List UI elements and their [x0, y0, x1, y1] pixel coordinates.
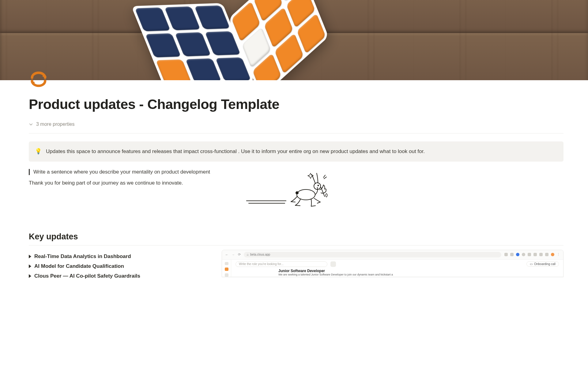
- search-placeholder: Write the role you're looking for...: [239, 262, 284, 266]
- search-button-icon: [330, 261, 336, 267]
- side-icon: [225, 262, 228, 265]
- repeat-icon: [29, 69, 48, 89]
- ext-icon: [539, 253, 543, 256]
- toggle-item[interactable]: Real-Time Data Analytics in Dashboard: [29, 252, 213, 261]
- ext-icon: [504, 253, 508, 256]
- toggle-triangle-icon: [29, 255, 31, 258]
- svg-point-5: [296, 192, 298, 194]
- more-properties-label: 3 more properties: [36, 122, 74, 127]
- ext-icon: [522, 253, 525, 256]
- calendar-icon: ▭: [530, 262, 533, 266]
- nav-forward-icon: →: [232, 253, 235, 257]
- svg-point-2: [297, 189, 315, 200]
- toggle-item[interactable]: Clous Peer — AI Co-pilot Safety Guardrai…: [29, 271, 213, 281]
- key-updates-heading[interactable]: Key updates: [29, 232, 564, 242]
- ext-icon: [516, 253, 519, 256]
- divider: [29, 133, 564, 133]
- job-title: Junior Software Developer: [278, 269, 559, 273]
- ext-icon: [533, 253, 537, 256]
- home-icon: [225, 268, 228, 271]
- toggle-item[interactable]: AI Model for Candidate Qualification: [29, 261, 213, 271]
- lightbulb-icon: 💡: [35, 148, 42, 155]
- updates-list: Real-Time Data Analytics in Dashboard AI…: [29, 252, 213, 281]
- more-icon: ⋮: [557, 253, 560, 257]
- svg-line-7: [324, 177, 326, 179]
- page-title[interactable]: Product updates - Changelog Template: [29, 96, 564, 112]
- bunny-illustration-icon: [246, 170, 338, 210]
- callout-block[interactable]: 💡 Updates this space to announce feature…: [29, 141, 564, 162]
- divider: [29, 245, 564, 245]
- cover-image: [0, 0, 588, 80]
- onboarding-button: ▭ Onboarding call: [526, 261, 559, 267]
- thanks-text[interactable]: Thank you for being part of our journey …: [29, 180, 213, 186]
- quote-text: Write a sentence where you describe your…: [33, 169, 210, 175]
- ext-icon: [510, 253, 514, 256]
- toggle-triangle-icon: [29, 274, 31, 278]
- page-icon[interactable]: [29, 69, 50, 91]
- url-text: beta.clous.app: [250, 253, 270, 256]
- ext-icon: [545, 253, 548, 256]
- toggle-label: Clous Peer — AI Co-pilot Safety Guardrai…: [34, 273, 140, 279]
- search-input: Write the role you're looking for...: [236, 261, 327, 267]
- nav-back-icon: ←: [225, 253, 228, 257]
- illustration: [222, 169, 564, 210]
- onboarding-label: Onboarding call: [534, 262, 556, 266]
- screenshot-thumbnail[interactable]: ← → ⟳ ⌂ beta.clous.app: [222, 250, 564, 277]
- quote-block[interactable]: Write a sentence where you describe your…: [29, 169, 213, 175]
- chevron-down-icon: [29, 122, 33, 126]
- toggle-label: Real-Time Data Analytics in Dashboard: [34, 253, 131, 260]
- svg-line-6: [323, 175, 325, 178]
- svg-point-4: [318, 185, 319, 186]
- side-icon: [225, 273, 228, 277]
- job-subtitle: We are seeking a talented Junior Softwar…: [278, 273, 559, 276]
- url-bar: ⌂ beta.clous.app: [244, 252, 501, 257]
- more-properties-toggle[interactable]: 3 more properties: [29, 122, 564, 130]
- ext-icon: [528, 253, 531, 256]
- avatar-icon: [551, 253, 554, 256]
- callout-text: Updates this space to announce features …: [46, 148, 425, 155]
- toggle-triangle-icon: [29, 264, 31, 268]
- toggle-label: AI Model for Candidate Qualification: [34, 263, 124, 269]
- refresh-icon: ⟳: [238, 253, 241, 257]
